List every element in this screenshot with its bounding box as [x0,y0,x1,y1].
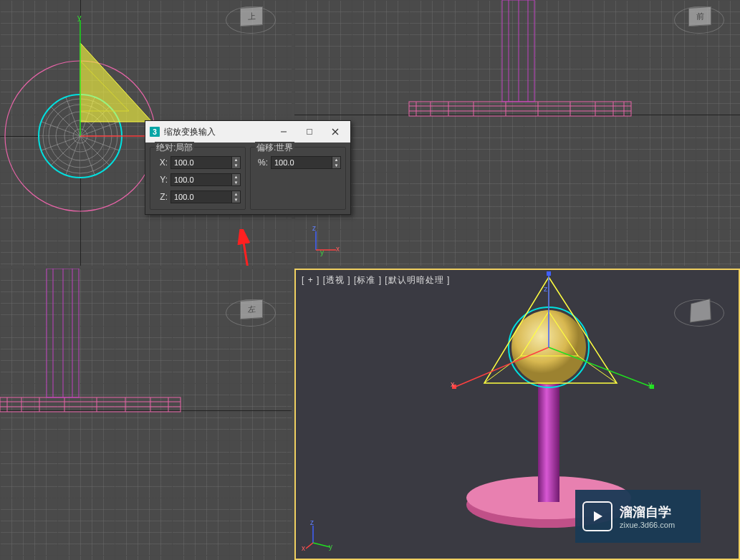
svg-line-72 [313,543,330,547]
minimize-button[interactable] [273,123,294,140]
x-up[interactable]: ▲ [231,157,240,163]
watermark-title: 溜溜自学 [620,503,675,521]
svg-marker-78 [594,511,602,521]
z-input[interactable]: 100.0 ▲▼ [170,190,241,203]
pct-down[interactable]: ▼ [332,163,340,168]
viewport-left[interactable]: 左 [0,269,292,560]
pct-up[interactable]: ▲ [332,157,340,163]
gizmo-x-label: x [451,380,455,388]
mini-axis-front: z x y [310,227,339,256]
viewcube-front[interactable]: 前 [674,3,724,39]
viewcube-left[interactable]: 左 [226,296,276,332]
y-label: Y: [155,175,168,185]
watermark-url: zixue.3d66.com [620,521,675,529]
dialog-titlebar[interactable]: 3 缩放变换输入 [145,121,350,143]
svg-marker-15 [80,43,152,122]
pct-label: %: [255,158,268,168]
mini-axis-persp: z y x [304,521,333,550]
absolute-local-group: 绝对:局部 X: 100.0 ▲▼ Y: 100.0 ▲▼ Z: 100.0 ▲… [150,147,246,210]
svg-rect-56 [538,373,559,502]
offset-world-group: 偏移:世界 %: 100.0 ▲▼ [250,147,346,210]
close-button[interactable] [325,123,346,140]
viewport-front[interactable]: z x y 前 [294,0,740,266]
svg-line-19 [242,233,248,266]
svg-line-64 [578,356,617,383]
dialog-title: 缩放变换输入 [164,126,216,138]
svg-rect-68 [547,271,551,276]
absolute-local-legend: 绝对:局部 [155,142,194,154]
gizmo-y-label: y [648,380,653,388]
z-down[interactable]: ▼ [231,197,240,203]
annotation-arrow [235,229,256,266]
front-geometry [294,0,740,266]
play-icon [582,501,612,531]
z-up[interactable]: ▲ [231,191,240,197]
svg-line-73 [306,543,313,549]
y-up[interactable]: ▲ [231,174,240,180]
viewcube-top[interactable]: 上 [226,3,276,39]
viewcube-perspective[interactable] [674,296,724,332]
z-label: Z: [155,192,168,202]
offset-world-legend: 偏移:世界 [255,142,294,154]
svg-rect-75 [307,130,312,135]
svg-rect-20 [409,102,631,116]
axis-y-label: y [77,13,82,21]
svg-rect-39 [0,397,181,412]
app-icon: 3 [150,127,160,137]
y-down[interactable]: ▼ [231,180,240,185]
y-input[interactable]: 100.0 ▲▼ [170,173,241,186]
x-down[interactable]: ▼ [231,163,240,168]
gizmo-z-label: z [544,284,548,293]
x-input[interactable]: 100.0 ▲▼ [170,156,241,169]
maximize-button[interactable] [299,123,320,140]
scale-transform-dialog[interactable]: 3 缩放变换输入 绝对:局部 X: 100.0 ▲▼ Y: 100.0 ▲▼ [145,120,351,215]
pct-input[interactable]: 100.0 ▲▼ [271,156,341,169]
watermark: 溜溜自学 zixue.3d66.com [575,490,701,543]
x-label: X: [155,158,168,168]
